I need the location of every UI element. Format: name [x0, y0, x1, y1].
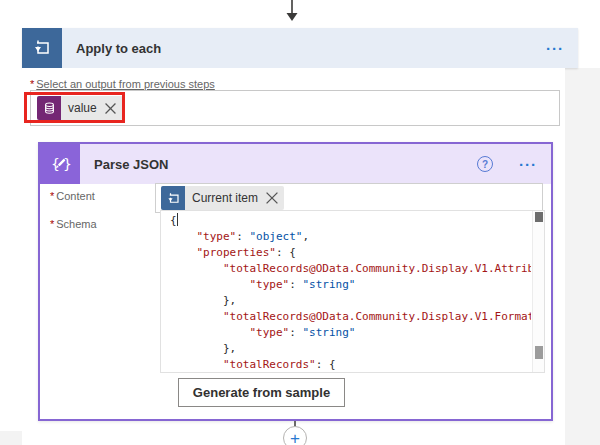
scrollbar-thumb[interactable] [535, 346, 543, 359]
value-token-label: value [68, 101, 97, 115]
apply-to-each-item-icon [161, 186, 185, 210]
parse-json-icon: { } [40, 144, 80, 184]
current-item-token-label: Current item [192, 191, 258, 205]
apply-to-each-card-header[interactable]: Apply to each ··· [22, 28, 578, 68]
required-marker: * [50, 218, 54, 230]
current-item-token-close-icon[interactable] [264, 190, 280, 206]
editor-scrollbar[interactable] [532, 211, 544, 372]
apply-to-each-menu-button[interactable]: ··· [546, 41, 564, 56]
schema-json-code: { "type": "object", "properties": { "tot… [170, 213, 531, 372]
required-marker: * [30, 78, 34, 90]
apply-to-each-title: Apply to each [76, 41, 161, 56]
select-output-input[interactable]: value [30, 90, 560, 126]
svg-text:}: } [63, 156, 71, 172]
parse-json-menu-button[interactable]: ··· [519, 157, 537, 172]
flow-designer-canvas: Apply to each ··· *Select an output from… [0, 0, 600, 445]
parse-json-card-header[interactable]: { } Parse JSON ? ··· [40, 144, 551, 184]
canvas-bottom-strip [0, 431, 22, 445]
canvas-right-strip [565, 68, 600, 445]
dataverse-table-icon [37, 96, 61, 120]
apply-to-each-icon [22, 28, 62, 68]
parse-json-title: Parse JSON [94, 157, 168, 172]
generate-from-sample-button[interactable]: Generate from sample [178, 378, 345, 407]
add-action-button[interactable]: + [283, 426, 307, 445]
value-token-close-icon[interactable] [103, 100, 119, 116]
help-icon[interactable]: ? [477, 156, 493, 172]
schema-code-editor[interactable]: { "type": "object", "properties": { "tot… [160, 210, 545, 373]
select-output-label: *Select an output from previous steps [30, 78, 215, 90]
scrollbar-cursor-decoration [535, 212, 543, 222]
value-token[interactable]: value [37, 96, 123, 120]
current-item-token[interactable]: Current item [161, 186, 284, 210]
flow-connector-arrow-icon [282, 0, 302, 22]
required-marker: * [50, 190, 54, 202]
content-input[interactable]: Current item [155, 183, 543, 213]
content-label: *Content [50, 190, 95, 202]
schema-label: *Schema [50, 218, 97, 230]
